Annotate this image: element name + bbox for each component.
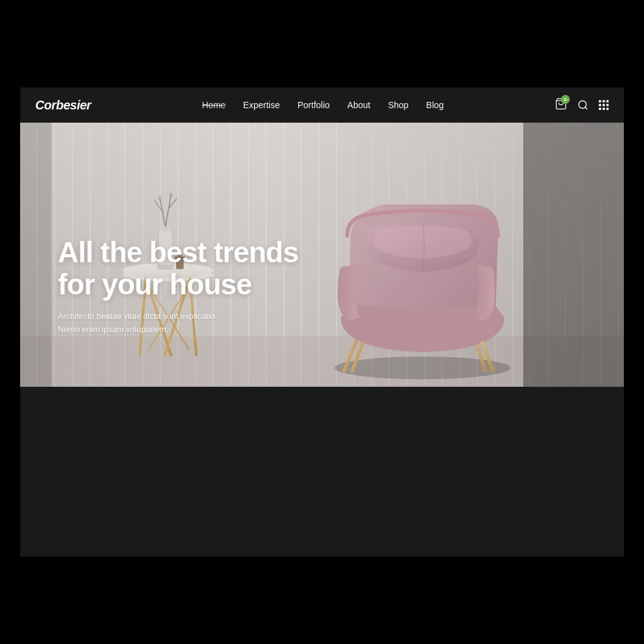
- svg-point-1: [579, 101, 586, 108]
- outer-wrapper: Corbesier Home Expertise Portfolio About…: [0, 0, 644, 644]
- site-container: Corbesier Home Expertise Portfolio About…: [20, 87, 624, 557]
- nav-expertise[interactable]: Expertise: [243, 100, 280, 110]
- svg-rect-36: [523, 123, 624, 387]
- svg-line-2: [585, 107, 587, 109]
- svg-point-25: [169, 193, 173, 197]
- svg-point-24: [158, 196, 162, 200]
- grid-menu-button[interactable]: [599, 100, 609, 110]
- cart-badge: 0: [561, 95, 570, 104]
- hero-subtitle: Architecto beatae vitae dicta sunt expli…: [58, 310, 234, 336]
- navbar: Corbesier Home Expertise Portfolio About…: [20, 87, 624, 123]
- cart-button[interactable]: 0: [555, 97, 567, 113]
- navbar-icons: 0: [555, 97, 609, 113]
- nav-links: Home Expertise Portfolio About Shop Blog: [202, 100, 443, 110]
- nav-home[interactable]: Home: [202, 100, 225, 110]
- svg-point-27: [175, 198, 177, 201]
- nav-about[interactable]: About: [347, 100, 370, 110]
- hero-title: All the best trends for your house: [58, 236, 298, 300]
- search-icon: [577, 99, 589, 111]
- nav-shop[interactable]: Shop: [388, 100, 409, 110]
- hero-section: All the best trends for your house Archi…: [20, 123, 624, 387]
- nav-blog[interactable]: Blog: [426, 100, 444, 110]
- hero-content: All the best trends for your house Archi…: [58, 236, 298, 336]
- nav-portfolio[interactable]: Portfolio: [297, 100, 330, 110]
- below-hero: [20, 387, 624, 557]
- search-button[interactable]: [577, 99, 589, 111]
- svg-point-26: [154, 200, 157, 203]
- svg-rect-37: [20, 123, 52, 387]
- site-logo[interactable]: Corbesier: [35, 98, 91, 113]
